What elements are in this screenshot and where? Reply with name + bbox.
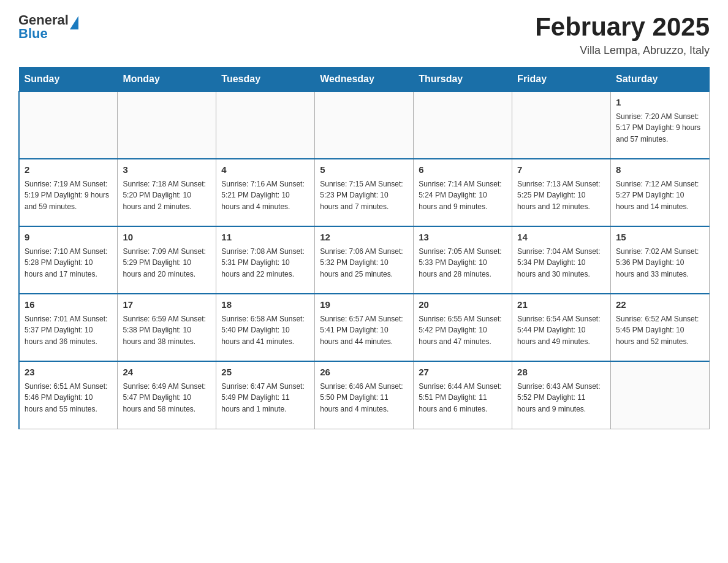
day-number: 2 <box>25 163 112 177</box>
calendar-cell: 20Sunrise: 6:55 AM Sunset: 5:42 PM Dayli… <box>414 294 512 361</box>
day-number: 19 <box>320 298 408 312</box>
calendar-cell: 24Sunrise: 6:49 AM Sunset: 5:47 PM Dayli… <box>118 361 216 429</box>
calendar-cell: 15Sunrise: 7:02 AM Sunset: 5:36 PM Dayli… <box>611 226 710 294</box>
day-of-week-friday: Friday <box>512 67 611 92</box>
day-number: 3 <box>123 163 211 177</box>
calendar-cell: 14Sunrise: 7:04 AM Sunset: 5:34 PM Dayli… <box>512 226 611 294</box>
calendar-cell <box>414 91 512 159</box>
calendar-cell: 2Sunrise: 7:19 AM Sunset: 5:19 PM Daylig… <box>19 159 118 226</box>
day-of-week-saturday: Saturday <box>611 67 710 92</box>
day-number: 11 <box>221 231 309 245</box>
day-info: Sunrise: 7:01 AM Sunset: 5:37 PM Dayligh… <box>25 313 112 348</box>
day-number: 14 <box>517 231 605 245</box>
day-number: 8 <box>616 163 704 177</box>
day-info: Sunrise: 7:04 AM Sunset: 5:34 PM Dayligh… <box>517 246 605 280</box>
day-of-week-thursday: Thursday <box>414 67 512 92</box>
day-number: 21 <box>517 298 605 312</box>
calendar-week-4: 23Sunrise: 6:51 AM Sunset: 5:46 PM Dayli… <box>19 361 710 429</box>
day-info: Sunrise: 6:43 AM Sunset: 5:52 PM Dayligh… <box>517 381 605 415</box>
day-number: 25 <box>221 366 309 380</box>
days-of-week-row: SundayMondayTuesdayWednesdayThursdayFrid… <box>19 67 710 92</box>
day-info: Sunrise: 7:05 AM Sunset: 5:33 PM Dayligh… <box>419 246 507 280</box>
day-number: 1 <box>616 96 704 110</box>
day-number: 7 <box>517 163 605 177</box>
calendar-cell: 10Sunrise: 7:09 AM Sunset: 5:29 PM Dayli… <box>118 226 216 294</box>
calendar-week-3: 16Sunrise: 7:01 AM Sunset: 5:37 PM Dayli… <box>19 294 710 361</box>
day-info: Sunrise: 7:13 AM Sunset: 5:25 PM Dayligh… <box>517 178 605 213</box>
calendar-cell: 1Sunrise: 7:20 AM Sunset: 5:17 PM Daylig… <box>611 91 710 159</box>
calendar-cell: 11Sunrise: 7:08 AM Sunset: 5:31 PM Dayli… <box>216 226 315 294</box>
day-info: Sunrise: 7:06 AM Sunset: 5:32 PM Dayligh… <box>320 246 408 280</box>
calendar-cell: 23Sunrise: 6:51 AM Sunset: 5:46 PM Dayli… <box>19 361 118 429</box>
day-of-week-wednesday: Wednesday <box>315 67 414 92</box>
calendar-table: SundayMondayTuesdayWednesdayThursdayFrid… <box>18 67 710 429</box>
calendar-cell: 13Sunrise: 7:05 AM Sunset: 5:33 PM Dayli… <box>414 226 512 294</box>
day-number: 9 <box>25 231 112 245</box>
calendar-cell: 4Sunrise: 7:16 AM Sunset: 5:21 PM Daylig… <box>216 159 315 226</box>
day-info: Sunrise: 7:08 AM Sunset: 5:31 PM Dayligh… <box>221 246 309 280</box>
calendar-cell: 25Sunrise: 6:47 AM Sunset: 5:49 PM Dayli… <box>216 361 315 429</box>
day-number: 23 <box>25 366 112 380</box>
title-block: February 2025 Villa Lempa, Abruzzo, Ital… <box>535 12 710 57</box>
day-number: 10 <box>123 231 211 245</box>
day-info: Sunrise: 7:12 AM Sunset: 5:27 PM Dayligh… <box>616 178 704 213</box>
day-info: Sunrise: 6:51 AM Sunset: 5:46 PM Dayligh… <box>25 381 112 415</box>
calendar-cell: 3Sunrise: 7:18 AM Sunset: 5:20 PM Daylig… <box>118 159 216 226</box>
calendar-cell: 17Sunrise: 6:59 AM Sunset: 5:38 PM Dayli… <box>118 294 216 361</box>
day-info: Sunrise: 7:19 AM Sunset: 5:19 PM Dayligh… <box>25 178 112 213</box>
calendar-cell: 18Sunrise: 6:58 AM Sunset: 5:40 PM Dayli… <box>216 294 315 361</box>
calendar-week-2: 9Sunrise: 7:10 AM Sunset: 5:28 PM Daylig… <box>19 226 710 294</box>
day-number: 16 <box>25 298 112 312</box>
calendar-cell <box>611 361 710 429</box>
logo-text-blue: Blue <box>18 26 48 42</box>
day-number: 20 <box>419 298 507 312</box>
day-info: Sunrise: 7:09 AM Sunset: 5:29 PM Dayligh… <box>123 246 211 280</box>
day-info: Sunrise: 7:15 AM Sunset: 5:23 PM Dayligh… <box>320 178 408 213</box>
calendar-cell: 6Sunrise: 7:14 AM Sunset: 5:24 PM Daylig… <box>414 159 512 226</box>
day-info: Sunrise: 6:52 AM Sunset: 5:45 PM Dayligh… <box>616 313 704 348</box>
day-info: Sunrise: 6:57 AM Sunset: 5:41 PM Dayligh… <box>320 313 408 348</box>
calendar-cell: 19Sunrise: 6:57 AM Sunset: 5:41 PM Dayli… <box>315 294 414 361</box>
day-of-week-tuesday: Tuesday <box>216 67 315 92</box>
calendar-cell: 22Sunrise: 6:52 AM Sunset: 5:45 PM Dayli… <box>611 294 710 361</box>
calendar-cell: 12Sunrise: 7:06 AM Sunset: 5:32 PM Dayli… <box>315 226 414 294</box>
day-info: Sunrise: 7:16 AM Sunset: 5:21 PM Dayligh… <box>221 178 309 213</box>
calendar-header: SundayMondayTuesdayWednesdayThursdayFrid… <box>19 67 710 92</box>
day-of-week-monday: Monday <box>118 67 216 92</box>
day-info: Sunrise: 6:46 AM Sunset: 5:50 PM Dayligh… <box>320 381 408 415</box>
calendar-cell: 28Sunrise: 6:43 AM Sunset: 5:52 PM Dayli… <box>512 361 611 429</box>
day-number: 26 <box>320 366 408 380</box>
calendar-cell: 7Sunrise: 7:13 AM Sunset: 5:25 PM Daylig… <box>512 159 611 226</box>
page-header: General Blue February 2025 Villa Lempa, … <box>18 12 710 57</box>
calendar-title: February 2025 <box>535 12 710 42</box>
day-number: 6 <box>419 163 507 177</box>
calendar-cell: 5Sunrise: 7:15 AM Sunset: 5:23 PM Daylig… <box>315 159 414 226</box>
calendar-cell <box>315 91 414 159</box>
day-info: Sunrise: 6:54 AM Sunset: 5:44 PM Dayligh… <box>517 313 605 348</box>
day-number: 15 <box>616 231 704 245</box>
calendar-week-1: 2Sunrise: 7:19 AM Sunset: 5:19 PM Daylig… <box>19 159 710 226</box>
day-number: 17 <box>123 298 211 312</box>
day-number: 24 <box>123 366 211 380</box>
calendar-cell <box>216 91 315 159</box>
calendar-cell: 26Sunrise: 6:46 AM Sunset: 5:50 PM Dayli… <box>315 361 414 429</box>
day-info: Sunrise: 6:58 AM Sunset: 5:40 PM Dayligh… <box>221 313 309 348</box>
calendar-cell: 9Sunrise: 7:10 AM Sunset: 5:28 PM Daylig… <box>19 226 118 294</box>
calendar-cell <box>118 91 216 159</box>
day-info: Sunrise: 6:47 AM Sunset: 5:49 PM Dayligh… <box>221 381 309 415</box>
calendar-week-0: 1Sunrise: 7:20 AM Sunset: 5:17 PM Daylig… <box>19 91 710 159</box>
day-number: 22 <box>616 298 704 312</box>
day-info: Sunrise: 6:49 AM Sunset: 5:47 PM Dayligh… <box>123 381 211 415</box>
day-number: 12 <box>320 231 408 245</box>
day-number: 27 <box>419 366 507 380</box>
calendar-subtitle: Villa Lempa, Abruzzo, Italy <box>535 44 710 57</box>
day-number: 4 <box>221 163 309 177</box>
day-number: 5 <box>320 163 408 177</box>
calendar-cell <box>19 91 118 159</box>
calendar-body: 1Sunrise: 7:20 AM Sunset: 5:17 PM Daylig… <box>19 91 710 429</box>
logo: General Blue <box>18 12 78 42</box>
day-info: Sunrise: 7:20 AM Sunset: 5:17 PM Dayligh… <box>616 111 704 145</box>
day-info: Sunrise: 7:02 AM Sunset: 5:36 PM Dayligh… <box>616 246 704 280</box>
logo-triangle-icon <box>70 16 78 29</box>
day-info: Sunrise: 7:18 AM Sunset: 5:20 PM Dayligh… <box>123 178 211 213</box>
